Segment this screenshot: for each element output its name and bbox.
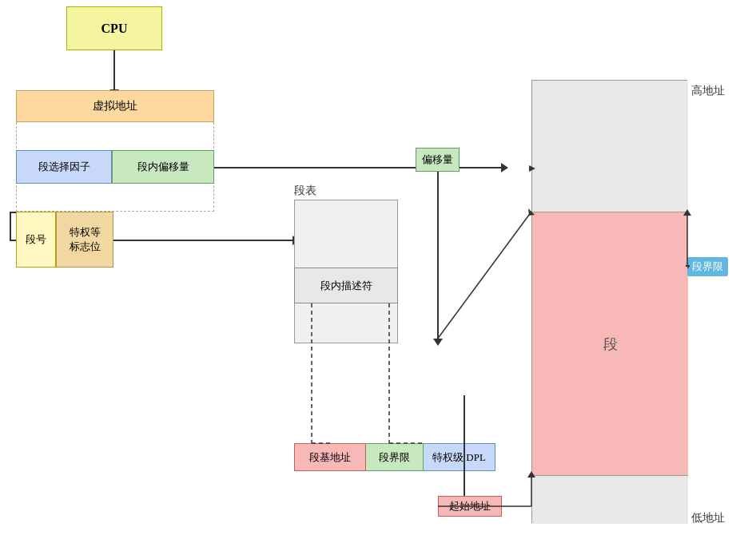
seg-left-vertical-line xyxy=(10,212,11,241)
seg-label: 段 xyxy=(603,335,618,354)
seg-offset-label: 段内偏移量 xyxy=(137,160,189,174)
seg-num-bottom-line xyxy=(10,240,16,241)
desc-box-priv: 特权级 DPL xyxy=(424,443,495,471)
arrow-start-up xyxy=(464,395,465,496)
seg-descriptor-row: 段内描述符 xyxy=(294,268,398,303)
memory-block: 段 xyxy=(531,80,687,523)
privilege-box: 特权等标志位 xyxy=(56,212,113,268)
arrow-seg-right xyxy=(113,240,293,241)
cpu-box: CPU xyxy=(66,6,162,50)
desc-box-limit: 段界限 xyxy=(366,443,424,471)
seg-num-label: 段号 xyxy=(26,232,46,247)
seg-num-box: 段号 xyxy=(16,212,56,268)
seg-selector-box: 段选择因子 xyxy=(16,150,112,184)
virtual-addr-box: 虚拟地址 xyxy=(16,90,214,122)
desc-boxes-container: 段基地址 段界限 特权级 DPL xyxy=(294,443,495,471)
arrow-cpu-down xyxy=(113,50,115,90)
memory-segment: 段 xyxy=(532,212,688,476)
virtual-addr-label: 虚拟地址 xyxy=(93,99,137,113)
seg-limit-badge: 段界限 xyxy=(687,257,728,276)
memory-upper xyxy=(532,81,688,212)
diagram-container: CPU 虚拟地址 段选择因子 段内偏移量 段号 特权等标志位 段表 段内描述符 xyxy=(0,0,756,547)
memory-lower xyxy=(532,476,688,524)
offset-label: 偏移量 xyxy=(422,153,453,167)
start-addr-box: 起始地址 xyxy=(438,496,502,517)
arrow-offset-down xyxy=(437,172,439,339)
high-addr-label: 高地址 xyxy=(691,84,725,98)
seg-offset-box: 段内偏移量 xyxy=(112,150,214,184)
seg-table-label: 段表 xyxy=(294,184,316,198)
start-addr-label: 起始地址 xyxy=(449,499,491,513)
privilege-label: 特权等标志位 xyxy=(70,225,101,254)
offset-green-box: 偏移量 xyxy=(416,148,460,172)
seg-left-h-line xyxy=(10,212,16,213)
low-addr-label: 低地址 xyxy=(691,511,725,525)
seg-descriptor-label: 段内描述符 xyxy=(320,279,372,293)
seg-selector-label: 段选择因子 xyxy=(38,160,90,174)
cpu-label: CPU xyxy=(101,22,128,36)
desc-box-base: 段基地址 xyxy=(294,443,366,471)
svg-line-12 xyxy=(437,212,531,339)
